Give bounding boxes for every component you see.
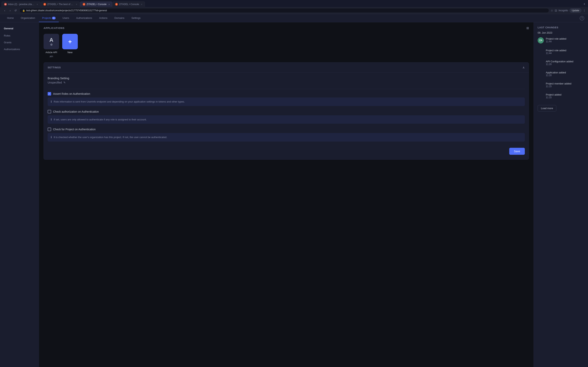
tab-bar: MInbox (2) - janedoe.zitadel@g...×ZZITAD… xyxy=(0,0,588,7)
app-card-article-api[interactable]: A⚙Article APIAPI xyxy=(43,34,59,58)
load-more-button[interactable]: Load more xyxy=(538,105,556,111)
info-box-check-authorization: ℹIf set, users are only allowed to authe… xyxy=(48,115,525,124)
change-time: 11:44 xyxy=(546,40,584,43)
tab-close-icon[interactable]: × xyxy=(109,3,110,5)
tab-close-icon[interactable]: × xyxy=(141,3,142,5)
tab-close-icon[interactable]: × xyxy=(76,3,77,5)
split-icon[interactable]: ⊡ xyxy=(555,9,557,12)
tab-favicon: M xyxy=(4,3,7,6)
tab-favicon: Z xyxy=(115,3,118,6)
edit-branding-icon[interactable]: ✎ xyxy=(63,81,66,84)
nav-item-organization[interactable]: Organization xyxy=(18,14,38,22)
reload-button[interactable]: ↺ xyxy=(13,8,18,13)
change-details: API Configuration added11:20 xyxy=(546,60,584,66)
main-layout: General RolesGrantsAuthorizations APPLIC… xyxy=(0,22,588,367)
help-button[interactable]: ? xyxy=(580,16,584,20)
app-navigation: HomeOrganizationProjects1UsersAuthorizat… xyxy=(0,14,588,22)
checkbox-label-check-project: Check for Project on Authentication xyxy=(53,128,96,131)
app-icon-new: + xyxy=(62,34,78,49)
settings-card-body: Branding Setting Unspecified ✎ ✓Assert R… xyxy=(44,73,529,159)
browser-chrome: MInbox (2) - janedoe.zitadel@g...×ZZITAD… xyxy=(0,0,588,14)
change-action: Project role added xyxy=(546,49,584,52)
change-time: 11:20 xyxy=(546,63,584,66)
branding-setting-group: Branding Setting Unspecified ✎ xyxy=(48,76,525,84)
nav-item-users[interactable]: Users xyxy=(60,14,72,22)
change-item: Application added11:20 xyxy=(538,71,584,77)
tab-label: Inbox (2) - janedoe.zitadel@g... xyxy=(8,3,35,6)
change-details: Project added11:15 xyxy=(546,93,584,99)
forward-button[interactable]: › xyxy=(8,8,12,13)
applications-title: APPLICATIONS xyxy=(43,27,65,30)
checkbox-check-authorization[interactable] xyxy=(48,110,51,113)
change-time: 11:44 xyxy=(546,52,584,55)
update-button[interactable]: Update xyxy=(570,8,581,13)
new-tab-button[interactable]: + xyxy=(582,1,587,7)
change-details: Project member added11:15 xyxy=(546,82,584,88)
bookmark-icon[interactable]: ☆ xyxy=(551,9,553,12)
sidebar-item-grants[interactable]: Grants xyxy=(0,39,39,46)
browser-tab-tab3[interactable]: ZZITADEL • Console× xyxy=(80,1,112,7)
checkbox-assert-roles[interactable]: ✓ xyxy=(48,92,51,96)
browser-tab-tab4[interactable]: ZZITADEL • Console× xyxy=(112,1,145,7)
change-action: Application added xyxy=(546,71,584,74)
nav-buttons: ‹ › ↺ xyxy=(2,8,18,13)
save-button[interactable]: Save xyxy=(509,148,525,155)
branding-label: Branding Setting xyxy=(48,76,525,80)
grid-view-icon[interactable]: ⊞ xyxy=(526,26,529,30)
app-icon-letter: A xyxy=(49,37,53,43)
nav-item-settings[interactable]: Settings xyxy=(128,14,144,22)
checkbox-row-assert-roles: ✓Assert Roles on Authentication xyxy=(48,92,525,96)
address-input[interactable]: 🔒 test-ghlwrr.zitadel.cloud/ui/console/p… xyxy=(19,8,549,13)
checkbox-group-check-authorization: Check authorization on AuthenticationℹIf… xyxy=(48,110,525,124)
change-time: 11:15 xyxy=(546,85,584,88)
tab-label: ZITADEL • Console xyxy=(119,3,139,6)
app-card-new[interactable]: +New xyxy=(62,34,78,58)
tab-favicon: Z xyxy=(43,3,46,6)
app-icon-article-api: A⚙ xyxy=(43,34,59,49)
nav-item-domains[interactable]: Domains xyxy=(111,14,127,22)
checkbox-check-project[interactable] xyxy=(48,128,51,131)
browser-tab-tab2[interactable]: ZZITADEL • The best of Auth0 a...× xyxy=(41,1,80,7)
change-time: 11:15 xyxy=(546,96,584,99)
back-button[interactable]: ‹ xyxy=(2,8,7,13)
app-card-type: API xyxy=(50,55,53,58)
checkbox-group-assert-roles: ✓Assert Roles on AuthenticationℹRole inf… xyxy=(48,92,525,106)
sidebar-item-roles[interactable]: Roles xyxy=(0,32,39,39)
info-box-assert-roles: ℹRole information is sent from Userinfo … xyxy=(48,98,525,106)
address-text: test-ghlwrr.zitadel.cloud/ui/console/pro… xyxy=(26,9,107,12)
incognito-label: Incognito xyxy=(559,9,568,12)
browser-tab-tab1[interactable]: MInbox (2) - janedoe.zitadel@g...× xyxy=(1,1,40,7)
info-text-assert-roles: Role information is sent from Userinfo e… xyxy=(54,100,185,104)
change-details: Application added11:20 xyxy=(546,71,584,77)
menu-icon[interactable]: ⋮ xyxy=(583,9,586,12)
change-item: API Configuration added11:20 xyxy=(538,60,584,66)
browser-actions: ☆ ⊡ Incognito Update ⋮ xyxy=(551,8,586,13)
right-panel: LAST CHANGES 09. Jun 2023 ZAProject role… xyxy=(534,22,588,367)
settings-card-title: SETTINGS xyxy=(48,66,61,69)
change-item: Project member added11:15 xyxy=(538,82,584,88)
change-action: Project added xyxy=(546,93,584,96)
nav-item-projects[interactable]: Projects1 xyxy=(39,14,59,22)
sidebar-item-authorizations[interactable]: Authorizations xyxy=(0,46,39,53)
nav-item-home[interactable]: Home xyxy=(4,14,17,22)
nav-item-actions[interactable]: Actions xyxy=(96,14,111,22)
change-item: Project added11:15 xyxy=(538,93,584,99)
changes-list: ZAProject role added11:44Project role ad… xyxy=(538,37,584,102)
checkbox-row-check-project: Check for Project on Authentication xyxy=(48,128,525,131)
settings-card-header[interactable]: SETTINGS ∧ xyxy=(44,63,529,73)
tab-close-icon[interactable]: × xyxy=(37,3,38,5)
collapse-icon: ∧ xyxy=(522,66,525,69)
save-btn-row: Save xyxy=(48,145,525,156)
tab-favicon: Z xyxy=(83,3,85,6)
lock-icon: 🔒 xyxy=(22,9,25,12)
checkbox-check-icon: ✓ xyxy=(48,92,50,95)
nav-item-authorizations[interactable]: Authorizations xyxy=(73,14,95,22)
change-time: 11:20 xyxy=(546,74,584,77)
last-changes-date: 09. Jun 2023 xyxy=(538,31,584,34)
change-avatar: ZA xyxy=(538,37,544,43)
sidebar-section-title: General xyxy=(0,26,39,32)
change-action: Project member added xyxy=(546,82,584,85)
change-details: Project role added11:44 xyxy=(546,37,584,43)
tab-label: ZITADEL • Console xyxy=(86,3,107,6)
projects-badge: 1 xyxy=(52,17,55,19)
